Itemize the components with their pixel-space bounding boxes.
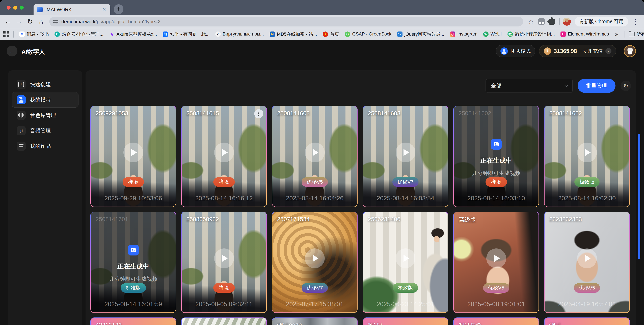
user-avatar[interactable] <box>624 45 636 57</box>
bookmark-favicon: ★ <box>109 31 114 37</box>
play-button[interactable] <box>124 143 143 162</box>
home-icon[interactable]: ⌂ <box>36 17 46 26</box>
sidebar-item-layers[interactable]: 我的作品 <box>12 138 78 154</box>
bookmark-label: 知乎 - 有问题，就... <box>170 31 210 37</box>
site-settings-icon[interactable] <box>53 20 58 23</box>
generating-image-icon <box>491 139 502 150</box>
bookmark-item[interactable]: M MD5在线加密 - 站... <box>267 30 320 38</box>
bookmark-label: MD5在线加密 - 站... <box>277 31 317 37</box>
extensions-puzzle-icon[interactable] <box>547 17 556 26</box>
model-card[interactable] <box>181 318 267 325</box>
sidebar-item-wave[interactable]: 音色库管理 <box>12 108 78 123</box>
reload-icon[interactable]: ↻ <box>25 17 35 26</box>
chrome-profile-avatar[interactable] <box>563 17 571 26</box>
card-menu-button[interactable] <box>254 109 263 118</box>
bookmark-item[interactable]: ★ 首页 <box>320 30 342 38</box>
sidebar-list: 快速创建 我的模特 音色库管理 音频管理 我的作品 <box>8 77 82 154</box>
scrollbar-thumb[interactable] <box>638 134 640 259</box>
model-card[interactable]: 高级版 优秘V5 2025-05-08 19:01:01 <box>453 212 539 313</box>
filter-value: 全部 <box>491 82 501 89</box>
chrome-update-chip[interactable]: 有新版 Chrome 可用 <box>574 17 628 26</box>
play-button[interactable] <box>305 143 325 162</box>
model-card[interactable]: 2509291053 禅境 2025-09-29 10:53:06 <box>90 106 176 207</box>
extension-icon[interactable] <box>537 17 546 26</box>
close-window-button[interactable] <box>7 6 10 9</box>
version-tag: 优秘V5 <box>574 283 600 293</box>
bookmark-item[interactable]: C 筑企云-让企业管理... <box>52 30 106 38</box>
bookmark-item[interactable]: V 消息 - 飞书 <box>17 30 51 38</box>
bookmark-star-icon[interactable]: ☆ <box>526 17 536 26</box>
page-title: AI数字人 <box>22 48 45 56</box>
new-tab-button[interactable]: + <box>114 4 124 14</box>
team-mode-button[interactable]: 团队模式 <box>496 45 535 57</box>
forward-icon[interactable]: → <box>14 17 24 26</box>
sidebar-item-note[interactable]: 音频管理 <box>12 123 78 138</box>
sidebar-item-plus[interactable]: 快速创建 <box>12 77 78 92</box>
model-card[interactable]: 2506231406 极致版 2025-06-23 14:25:01 <box>362 212 448 313</box>
browser-tab[interactable]: IMAI.WORK ✕ <box>34 4 110 15</box>
model-card[interactable]: 2508141603 优秘V7 2025-08-14 16:03:54 <box>362 106 448 207</box>
bookmark-favicon: G <box>345 31 350 37</box>
bookmark-item[interactable]: ✆ Виртуальные ном... <box>213 30 266 38</box>
filter-select[interactable]: 全部 <box>486 79 573 93</box>
tab-close-icon[interactable]: ✕ <box>101 7 107 12</box>
model-card[interactable]: 2323232323 优秘V5 2025-04-19 16:57:02 <box>544 212 630 313</box>
info-icon[interactable]: i <box>606 48 612 54</box>
refresh-button[interactable]: ↻ <box>620 81 631 91</box>
bookmarks-divider-2 <box>624 31 625 37</box>
model-card[interactable]: 2508141615 禅境 2025-08-14 16:16:12 <box>181 106 267 207</box>
chrome-menu-icon[interactable]: ⋮ <box>630 18 641 25</box>
fullscreen-window-button[interactable] <box>20 6 24 9</box>
apps-grid-icon[interactable] <box>3 31 9 37</box>
card-timestamp: 2025-08-14 16:02:30 <box>544 195 629 202</box>
card-timestamp: 2025-08-14 16:03:10 <box>454 195 538 202</box>
url-path: /pc/app/digital_human?type=2 <box>96 19 160 24</box>
model-card[interactable]: 测试 <box>544 318 630 325</box>
bookmark-item[interactable]: E Element Wireframes <box>558 30 611 38</box>
browser-toolbar: ← → ↻ ⌂ demo.imai.work/pc/app/digital_hu… <box>0 15 644 28</box>
model-card[interactable]: 43213123 <box>90 318 176 325</box>
version-tag: 优秘V5 <box>483 283 509 293</box>
app-back-button[interactable]: ← <box>7 46 18 56</box>
sidebar-item-model[interactable]: 我的模特 <box>12 92 78 108</box>
model-card[interactable]: 2508141601 正在生成中 几分钟即可生成视频 标准版 2025-08-1… <box>90 212 176 313</box>
url-bar[interactable]: demo.imai.work/pc/app/digital_human?type… <box>49 17 523 26</box>
model-card[interactable]: 2507171534 优秘V7 2025-07-17 15:38:01 <box>272 212 358 313</box>
balance-pill[interactable]: 31365.98 立即充值 i <box>539 45 616 57</box>
recharge-button[interactable]: 立即充值 <box>582 48 603 55</box>
bookmark-item[interactable]: ◎ Instagram <box>448 30 480 38</box>
model-card[interactable]: 测试9273 <box>272 318 358 325</box>
play-button[interactable] <box>577 249 597 268</box>
model-card[interactable]: 2508050932 禅境 2025-08-05 09:32:11 <box>181 212 267 313</box>
bookmark-item[interactable]: 17 jQuery网页特效最... <box>395 30 446 38</box>
bookmark-item[interactable]: G GSAP - GreenSock <box>342 30 394 38</box>
bookmark-list: V 消息 - 飞书 C 筑企云-让企业管理... ★ Axure原型模板-Ax.… <box>17 30 611 38</box>
url-text: demo.imai.work/pc/app/digital_human?type… <box>62 19 160 24</box>
play-button[interactable] <box>214 249 234 268</box>
bookmarks-overflow-icon[interactable]: » <box>612 31 621 37</box>
model-card[interactable]: 测试形象 <box>453 318 539 325</box>
bookmark-item[interactable]: 微 微信小程序设计指... <box>505 30 557 38</box>
bookmark-item[interactable]: ★ Axure原型模板-Ax... <box>107 30 160 38</box>
batch-manage-button[interactable]: 批量管理 <box>578 79 616 93</box>
version-tag: 优秘V7 <box>392 177 418 187</box>
all-bookmarks-label[interactable]: 所有书签 <box>636 31 644 37</box>
play-button[interactable] <box>486 249 506 268</box>
play-button[interactable] <box>396 249 416 268</box>
minimize-window-button[interactable] <box>13 6 17 9</box>
play-button[interactable] <box>396 143 416 162</box>
bookmark-label: WeUI <box>490 31 502 37</box>
coin-icon <box>544 47 551 55</box>
bookmark-item[interactable]: W WeUI <box>481 30 504 38</box>
version-tag: 极致版 <box>393 283 418 293</box>
model-card[interactable]: 2508141602 极致版 2025-08-14 16:02:30 <box>544 106 630 207</box>
back-icon[interactable]: ← <box>3 17 13 26</box>
play-button[interactable] <box>305 249 325 268</box>
model-card[interactable]: 2508141602 正在生成中 几分钟即可生成视频 禅境 2025-08-14… <box>453 106 539 207</box>
model-card[interactable]: 测试1 <box>362 318 448 325</box>
model-card[interactable]: 2508141603 优秘V5 2025-08-14 16:04:26 <box>272 106 358 207</box>
bookmark-item[interactable]: 知 知乎 - 有问题，就... <box>160 30 212 38</box>
play-button[interactable] <box>214 143 234 162</box>
play-button[interactable] <box>577 143 597 162</box>
bookmark-favicon: ✆ <box>215 31 221 37</box>
